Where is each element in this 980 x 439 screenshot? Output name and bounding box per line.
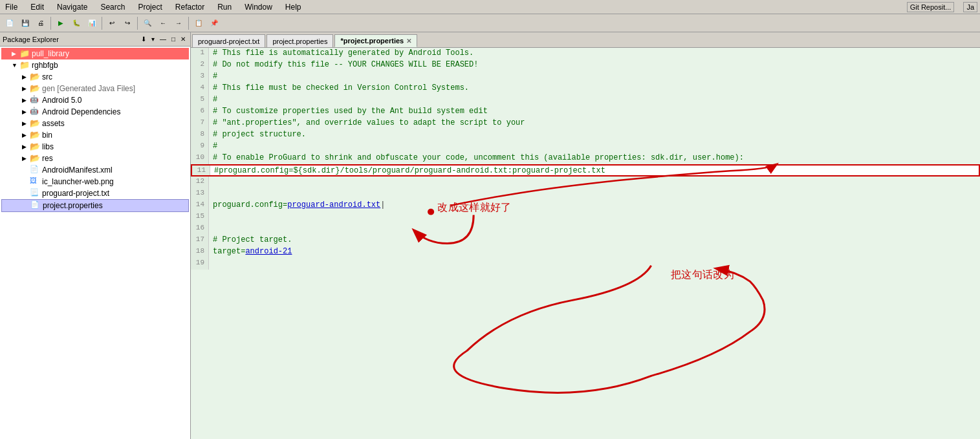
line-num-15: 15 — [191, 211, 209, 223]
toolbar-search[interactable]: 🔍 — [140, 16, 155, 30]
toolbar-sep3 — [137, 17, 138, 30]
sidebar-close-icon[interactable]: ✕ — [179, 35, 188, 43]
txt-icon-proguard: 📃 — [30, 188, 40, 198]
tree-item-assets[interactable]: ▶ 📂 assets — [1, 118, 189, 129]
tree-item-res[interactable]: ▶ 📂 res — [1, 153, 189, 164]
toolbar-run[interactable]: ▶ — [54, 16, 68, 30]
code-line-16: 16 — [191, 223, 980, 235]
tab-proguard[interactable]: proguard-project.txt — [192, 34, 265, 47]
toolbar-save[interactable]: 💾 — [18, 16, 32, 30]
code-line-12: 12 — [191, 177, 980, 188]
tree-item-pull-library[interactable]: ▶ 📁 pull_library — [1, 48, 189, 59]
toolbar-print[interactable]: 🖨 — [34, 16, 48, 30]
line-content-7: # "ant.properties", and override values … — [209, 118, 525, 129]
menu-project[interactable]: Project — [135, 1, 164, 13]
link-android-21[interactable]: android-21 — [245, 247, 292, 256]
code-line-6: 6 # To customize properties used by the … — [191, 106, 980, 118]
menu-edit[interactable]: Edit — [28, 1, 47, 13]
sidebar-header-icons: ⬇ ▾ — □ ✕ — [139, 35, 188, 43]
sidebar-header: Package Explorer ⬇ ▾ — □ ✕ — [0, 32, 190, 47]
tree-item-bin[interactable]: ▶ 📂 bin — [1, 129, 189, 141]
toolbar-profile[interactable]: 📊 — [85, 16, 99, 30]
git-repos-label[interactable]: Git Reposit... — [907, 2, 955, 12]
tree-arrow-res: ▶ — [22, 155, 30, 162]
png-icon-iclauncher: 🖼 — [30, 177, 40, 187]
tree-item-rghbfgb[interactable]: ▼ 📁 rghbfgb — [1, 59, 189, 71]
tree-label-res: res — [42, 154, 53, 163]
line-content-19 — [209, 258, 213, 270]
code-line-2: 2 # Do not modify this file -- YOUR CHAN… — [191, 59, 980, 71]
sidebar-tree: ▶ 📁 pull_library ▼ 📁 rghbfgb ▶ 📂 src — [0, 47, 190, 439]
project-icon-pull-library: 📁 — [19, 48, 30, 59]
toolbar-back[interactable]: ← — [156, 16, 170, 30]
menubar: File Edit Navigate Search Project Refact… — [0, 0, 980, 14]
menu-window[interactable]: Window — [242, 1, 275, 13]
code-line-14: 14 proguard.config=proguard-android.txt| — [191, 200, 980, 211]
tab-close-icon[interactable]: ✕ — [406, 37, 411, 45]
line-num-9: 9 — [191, 141, 209, 153]
line-num-8: 8 — [191, 129, 209, 141]
line-content-18: target=android-21 — [209, 246, 292, 258]
tree-item-libs[interactable]: ▶ 📂 libs — [1, 141, 189, 153]
tree-arrow-rghbfgb: ▼ — [12, 62, 19, 69]
link-proguard-android[interactable]: proguard-android.txt — [287, 200, 380, 209]
tree-label-libs: libs — [42, 142, 54, 151]
toolbar-copy[interactable]: 📋 — [191, 16, 206, 30]
line-num-12: 12 — [191, 177, 209, 188]
tree-arrow-android5: ▶ — [22, 97, 30, 103]
line-num-1: 1 — [191, 48, 209, 59]
menu-refactor[interactable]: Refactor — [173, 1, 207, 13]
code-line-17: 17 # Project target. — [191, 235, 980, 246]
line-num-10: 10 — [191, 153, 209, 164]
code-line-15: 15 — [191, 211, 980, 223]
folder-icon-assets: 📂 — [30, 118, 40, 129]
menu-search[interactable]: Search — [98, 1, 127, 13]
toolbar-new[interactable]: 📄 — [3, 16, 17, 30]
menu-navigate[interactable]: Navigate — [54, 1, 90, 13]
menu-run[interactable]: Run — [215, 1, 234, 13]
java-label[interactable]: Ja — [963, 2, 977, 12]
tree-label-assets: assets — [42, 119, 65, 128]
line-content-1: # This file is automatically generated b… — [209, 48, 474, 59]
code-editor[interactable]: 1 # This file is automatically generated… — [191, 48, 980, 439]
code-line-19: 19 — [191, 258, 980, 270]
toolbar-undo[interactable]: ↩ — [105, 16, 119, 30]
tree-label-src: src — [42, 72, 52, 81]
tree-arrow-androiddeps: ▶ — [22, 109, 30, 115]
sidebar-maximize-icon[interactable]: □ — [169, 35, 177, 43]
line-num-6: 6 — [191, 106, 209, 118]
toolbar: 📄 💾 🖨 ▶ 🐛 📊 ↩ ↪ 🔍 ← → 📋 📌 — [0, 14, 980, 32]
tree-item-androidmanifest[interactable]: 📄 AndroidManifest.xml — [1, 164, 189, 176]
line-content-10: # To enable ProGuard to shrink and obfus… — [209, 153, 744, 164]
menu-file[interactable]: File — [3, 1, 20, 13]
code-line-8: 8 # project structure. — [191, 129, 980, 141]
sidebar-collapse-icon[interactable]: ⬇ — [139, 35, 148, 43]
tab-project-props-active[interactable]: *project.properties ✕ — [334, 34, 417, 47]
tree-item-android5[interactable]: ▶ 🤖 Android 5.0 — [1, 94, 189, 106]
tree-arrow-assets: ▶ — [22, 120, 30, 127]
line-content-15 — [209, 211, 213, 223]
folder-icon-src: 📂 — [30, 72, 40, 82]
tab-project-props[interactable]: project.properties — [267, 34, 333, 47]
code-line-13: 13 — [191, 188, 980, 200]
tree-item-src[interactable]: ▶ 📂 src — [1, 71, 189, 83]
sidebar-menu-icon[interactable]: ▾ — [149, 35, 157, 43]
menu-help[interactable]: Help — [283, 1, 304, 13]
tree-item-iclauncher[interactable]: 🖼 ic_launcher-web.png — [1, 176, 189, 187]
toolbar-redo[interactable]: ↪ — [120, 16, 135, 30]
sidebar-minimize-icon[interactable]: — — [158, 35, 168, 43]
tree-item-gen[interactable]: ▶ 📂 gen [Generated Java Files] — [1, 83, 189, 94]
line-content-8: # project structure. — [209, 129, 306, 141]
sidebar-title: Package Explorer — [3, 36, 136, 43]
toolbar-forward[interactable]: → — [171, 16, 186, 30]
tree-item-proguard[interactable]: 📃 proguard-project.txt — [1, 187, 189, 199]
tab-label-active: *project.properties — [340, 37, 404, 45]
line-num-14: 14 — [191, 200, 209, 211]
tree-item-androiddeps[interactable]: ▶ 🤖 Android Dependencies — [1, 106, 189, 118]
tab-bar: proguard-project.txt project.properties … — [191, 32, 980, 48]
tree-item-projectprops[interactable]: 📄 project.properties — [1, 199, 189, 212]
folder-icon-bin: 📂 — [30, 130, 40, 140]
line-num-17: 17 — [191, 235, 209, 246]
toolbar-paste[interactable]: 📌 — [207, 16, 221, 30]
toolbar-debug[interactable]: 🐛 — [69, 16, 83, 30]
